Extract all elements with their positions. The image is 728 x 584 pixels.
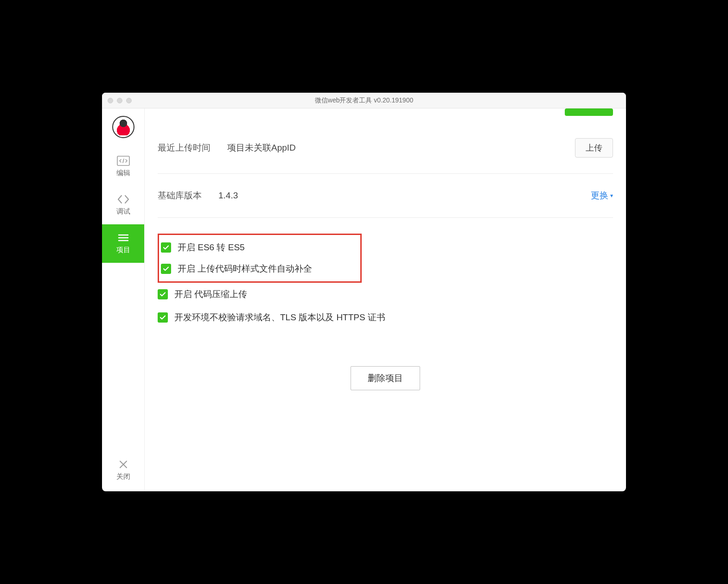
window-controls[interactable] xyxy=(102,98,132,103)
last-upload-value: 项目未关联AppID xyxy=(227,142,296,154)
sidebar-item-label: 项目 xyxy=(116,246,130,254)
sidebar-item-project[interactable]: 项目 xyxy=(102,224,144,263)
checkbox-checked-icon[interactable] xyxy=(158,312,168,323)
option-minify-upload[interactable]: 开启 代码压缩上传 xyxy=(158,283,613,306)
option-es6-to-es5[interactable]: 开启 ES6 转 ES5 xyxy=(161,237,357,258)
chevron-down-icon: ▾ xyxy=(610,192,613,199)
upload-section: 最近上传时间 项目未关联AppID 上传 xyxy=(158,108,613,174)
code-editor-icon xyxy=(117,156,130,166)
lib-version-label: 基础库版本 xyxy=(158,190,202,202)
last-upload-label: 最近上传时间 xyxy=(158,142,211,154)
zoom-window-icon[interactable] xyxy=(126,98,132,103)
app-window: 微信web开发者工具 v0.20.191900 编辑 调试 xyxy=(102,93,626,491)
titlebar: 微信web开发者工具 v0.20.191900 xyxy=(102,93,626,108)
sidebar-item-label: 编辑 xyxy=(116,169,130,178)
upload-button[interactable]: 上传 xyxy=(575,138,613,158)
avatar[interactable] xyxy=(112,116,134,138)
close-window-icon[interactable] xyxy=(108,98,113,103)
option-label: 开启 ES6 转 ES5 xyxy=(178,241,245,254)
option-skip-domain-check[interactable]: 开发环境不校验请求域名、TLS 版本以及 HTTPS 证书 xyxy=(158,306,613,329)
annotation-highlight: 开启 ES6 转 ES5 开启 上传代码时样式文件自动补全 xyxy=(158,234,362,283)
partial-button[interactable] xyxy=(565,108,613,116)
close-icon xyxy=(118,459,128,470)
sidebar: 编辑 调试 项目 关闭 xyxy=(102,108,145,491)
sidebar-item-debug[interactable]: 调试 xyxy=(102,186,144,224)
option-label: 开启 代码压缩上传 xyxy=(174,288,247,300)
sidebar-item-label: 调试 xyxy=(116,207,130,216)
change-lib-link[interactable]: 更换 ▾ xyxy=(591,190,613,202)
checkbox-checked-icon[interactable] xyxy=(161,264,171,274)
sidebar-item-edit[interactable]: 编辑 xyxy=(102,147,144,186)
lib-version-value: 1.4.3 xyxy=(218,190,238,201)
minimize-window-icon[interactable] xyxy=(117,98,122,103)
window-title: 微信web开发者工具 v0.20.191900 xyxy=(102,96,626,105)
main-content: 最近上传时间 项目未关联AppID 上传 基础库版本 1.4.3 更换 ▾ xyxy=(145,108,626,491)
option-style-autocomplete[interactable]: 开启 上传代码时样式文件自动补全 xyxy=(161,258,357,279)
code-brackets-icon xyxy=(117,194,130,204)
lib-version-section: 基础库版本 1.4.3 更换 ▾ xyxy=(158,174,613,218)
checkbox-checked-icon[interactable] xyxy=(158,289,168,299)
checkbox-checked-icon[interactable] xyxy=(161,242,171,253)
change-lib-label: 更换 xyxy=(591,190,608,202)
option-label: 开启 上传代码时样式文件自动补全 xyxy=(178,263,312,275)
compile-options: 开启 ES6 转 ES5 开启 上传代码时样式文件自动补全 开启 代码压缩上传 xyxy=(158,218,613,329)
delete-project-button[interactable]: 删除项目 xyxy=(351,366,420,390)
menu-icon xyxy=(117,233,130,243)
option-label: 开发环境不校验请求域名、TLS 版本以及 HTTPS 证书 xyxy=(174,311,385,324)
sidebar-item-label: 关闭 xyxy=(116,472,130,481)
sidebar-item-close[interactable]: 关闭 xyxy=(102,451,144,491)
